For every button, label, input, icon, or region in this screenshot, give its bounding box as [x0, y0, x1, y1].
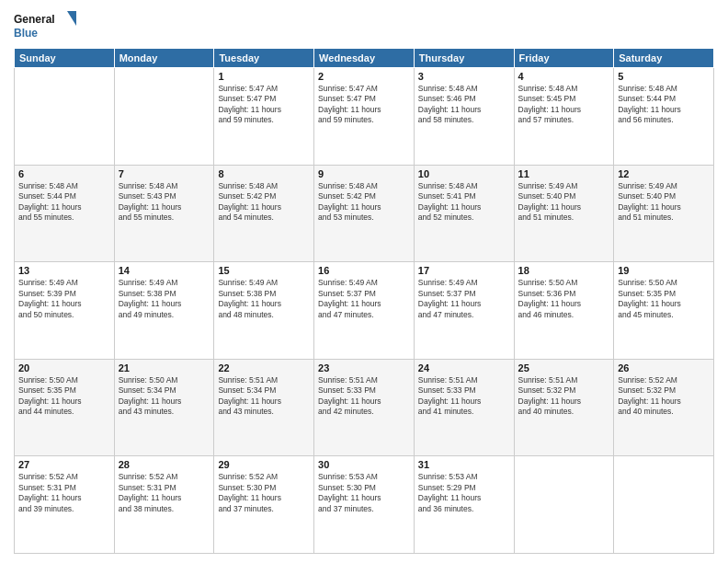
calendar-cell: 18Sunrise: 5:50 AM Sunset: 5:36 PM Dayli…	[514, 262, 614, 360]
day-info: Sunrise: 5:52 AM Sunset: 5:32 PM Dayligh…	[618, 375, 710, 418]
week-row-2: 6Sunrise: 5:48 AM Sunset: 5:44 PM Daylig…	[15, 165, 714, 262]
day-header-tuesday: Tuesday	[214, 49, 314, 68]
calendar-cell: 7Sunrise: 5:48 AM Sunset: 5:43 PM Daylig…	[114, 165, 214, 262]
day-number: 30	[318, 459, 410, 470]
day-number: 23	[318, 362, 410, 373]
calendar-cell: 14Sunrise: 5:49 AM Sunset: 5:38 PM Dayli…	[114, 262, 214, 360]
day-info: Sunrise: 5:48 AM Sunset: 5:44 PM Dayligh…	[618, 84, 710, 126]
day-info: Sunrise: 5:52 AM Sunset: 5:31 PM Dayligh…	[119, 472, 210, 514]
week-row-4: 20Sunrise: 5:50 AM Sunset: 5:35 PM Dayli…	[15, 359, 714, 456]
day-info: Sunrise: 5:50 AM Sunset: 5:35 PM Dayligh…	[618, 278, 710, 320]
day-info: Sunrise: 5:50 AM Sunset: 5:34 PM Dayligh…	[119, 375, 210, 418]
calendar-cell: 27Sunrise: 5:52 AM Sunset: 5:31 PM Dayli…	[15, 456, 115, 554]
header: General Blue	[14, 9, 714, 42]
day-number: 14	[119, 265, 210, 276]
calendar-cell: 10Sunrise: 5:48 AM Sunset: 5:41 PM Dayli…	[414, 165, 514, 262]
day-number: 24	[418, 362, 510, 373]
day-number: 19	[618, 265, 710, 276]
day-info: Sunrise: 5:53 AM Sunset: 5:30 PM Dayligh…	[318, 472, 410, 514]
day-number: 9	[318, 168, 410, 179]
day-number: 10	[418, 168, 510, 179]
calendar-cell: 5Sunrise: 5:48 AM Sunset: 5:44 PM Daylig…	[614, 68, 714, 166]
calendar-cell: 21Sunrise: 5:50 AM Sunset: 5:34 PM Dayli…	[114, 359, 214, 456]
day-number: 1	[218, 71, 310, 82]
day-number: 4	[518, 71, 610, 82]
calendar-cell: 9Sunrise: 5:48 AM Sunset: 5:42 PM Daylig…	[314, 165, 415, 262]
day-number: 27	[18, 459, 110, 470]
day-header-friday: Friday	[514, 49, 614, 68]
week-row-1: 1Sunrise: 5:47 AM Sunset: 5:47 PM Daylig…	[15, 68, 714, 166]
day-number: 26	[618, 362, 710, 373]
calendar-cell: 8Sunrise: 5:48 AM Sunset: 5:42 PM Daylig…	[214, 165, 314, 262]
day-info: Sunrise: 5:49 AM Sunset: 5:40 PM Dayligh…	[518, 181, 610, 224]
calendar-cell: 19Sunrise: 5:50 AM Sunset: 5:35 PM Dayli…	[614, 262, 714, 360]
calendar-cell: 3Sunrise: 5:48 AM Sunset: 5:46 PM Daylig…	[414, 68, 514, 166]
calendar-cell: 15Sunrise: 5:49 AM Sunset: 5:38 PM Dayli…	[214, 262, 314, 360]
day-info: Sunrise: 5:47 AM Sunset: 5:47 PM Dayligh…	[318, 84, 410, 126]
day-header-saturday: Saturday	[614, 49, 714, 68]
day-info: Sunrise: 5:48 AM Sunset: 5:43 PM Dayligh…	[119, 181, 210, 224]
calendar-cell: 17Sunrise: 5:49 AM Sunset: 5:37 PM Dayli…	[414, 262, 514, 360]
day-header-monday: Monday	[114, 49, 214, 68]
day-number: 6	[18, 168, 110, 179]
day-info: Sunrise: 5:49 AM Sunset: 5:39 PM Dayligh…	[18, 278, 110, 320]
day-info: Sunrise: 5:49 AM Sunset: 5:37 PM Dayligh…	[318, 278, 410, 320]
calendar-table: SundayMondayTuesdayWednesdayThursdayFrid…	[14, 48, 714, 554]
calendar-cell	[614, 456, 714, 554]
day-number: 20	[18, 362, 110, 373]
day-number: 17	[418, 265, 510, 276]
day-info: Sunrise: 5:48 AM Sunset: 5:41 PM Dayligh…	[418, 181, 510, 224]
calendar-cell: 22Sunrise: 5:51 AM Sunset: 5:34 PM Dayli…	[214, 359, 314, 456]
calendar-cell: 13Sunrise: 5:49 AM Sunset: 5:39 PM Dayli…	[15, 262, 115, 360]
day-number: 7	[119, 168, 210, 179]
day-number: 15	[218, 265, 310, 276]
day-header-wednesday: Wednesday	[314, 49, 415, 68]
calendar-cell: 20Sunrise: 5:50 AM Sunset: 5:35 PM Dayli…	[15, 359, 115, 456]
day-number: 8	[218, 168, 310, 179]
calendar-cell: 6Sunrise: 5:48 AM Sunset: 5:44 PM Daylig…	[15, 165, 115, 262]
day-number: 25	[518, 362, 610, 373]
logo-svg: General Blue	[14, 9, 78, 42]
calendar-cell: 29Sunrise: 5:52 AM Sunset: 5:30 PM Dayli…	[214, 456, 314, 554]
calendar-cell: 1Sunrise: 5:47 AM Sunset: 5:47 PM Daylig…	[214, 68, 314, 166]
week-row-3: 13Sunrise: 5:49 AM Sunset: 5:39 PM Dayli…	[15, 262, 714, 360]
day-info: Sunrise: 5:47 AM Sunset: 5:47 PM Dayligh…	[218, 84, 310, 126]
day-info: Sunrise: 5:52 AM Sunset: 5:31 PM Dayligh…	[18, 472, 110, 514]
calendar-cell: 28Sunrise: 5:52 AM Sunset: 5:31 PM Dayli…	[114, 456, 214, 554]
calendar-cell	[514, 456, 614, 554]
day-info: Sunrise: 5:48 AM Sunset: 5:46 PM Dayligh…	[418, 84, 510, 126]
calendar-cell: 16Sunrise: 5:49 AM Sunset: 5:37 PM Dayli…	[314, 262, 415, 360]
day-number: 22	[218, 362, 310, 373]
calendar-cell: 11Sunrise: 5:49 AM Sunset: 5:40 PM Dayli…	[514, 165, 614, 262]
week-row-5: 27Sunrise: 5:52 AM Sunset: 5:31 PM Dayli…	[15, 456, 714, 554]
calendar-cell: 26Sunrise: 5:52 AM Sunset: 5:32 PM Dayli…	[614, 359, 714, 456]
day-info: Sunrise: 5:49 AM Sunset: 5:37 PM Dayligh…	[418, 278, 510, 320]
day-number: 5	[618, 71, 710, 82]
calendar-cell: 31Sunrise: 5:53 AM Sunset: 5:29 PM Dayli…	[414, 456, 514, 554]
day-info: Sunrise: 5:48 AM Sunset: 5:42 PM Dayligh…	[218, 181, 310, 224]
day-info: Sunrise: 5:48 AM Sunset: 5:45 PM Dayligh…	[518, 84, 610, 126]
calendar-cell: 30Sunrise: 5:53 AM Sunset: 5:30 PM Dayli…	[314, 456, 415, 554]
day-number: 2	[318, 71, 410, 82]
day-info: Sunrise: 5:51 AM Sunset: 5:33 PM Dayligh…	[318, 375, 410, 418]
day-number: 16	[318, 265, 410, 276]
calendar-cell: 12Sunrise: 5:49 AM Sunset: 5:40 PM Dayli…	[614, 165, 714, 262]
calendar-cell: 23Sunrise: 5:51 AM Sunset: 5:33 PM Dayli…	[314, 359, 415, 456]
page: General Blue SundayMondayTuesdayWednesda…	[0, 0, 728, 563]
day-number: 28	[119, 459, 210, 470]
calendar-cell	[114, 68, 214, 166]
calendar-cell: 24Sunrise: 5:51 AM Sunset: 5:33 PM Dayli…	[414, 359, 514, 456]
day-info: Sunrise: 5:49 AM Sunset: 5:38 PM Dayligh…	[119, 278, 210, 320]
day-number: 29	[218, 459, 310, 470]
day-number: 13	[18, 265, 110, 276]
day-info: Sunrise: 5:49 AM Sunset: 5:40 PM Dayligh…	[618, 181, 710, 224]
calendar-cell	[15, 68, 115, 166]
day-info: Sunrise: 5:49 AM Sunset: 5:38 PM Dayligh…	[218, 278, 310, 320]
logo: General Blue	[14, 9, 78, 42]
day-info: Sunrise: 5:51 AM Sunset: 5:32 PM Dayligh…	[518, 375, 610, 418]
day-header-thursday: Thursday	[414, 49, 514, 68]
svg-text:Blue: Blue	[14, 27, 38, 40]
day-info: Sunrise: 5:51 AM Sunset: 5:34 PM Dayligh…	[218, 375, 310, 418]
calendar-cell: 2Sunrise: 5:47 AM Sunset: 5:47 PM Daylig…	[314, 68, 415, 166]
day-number: 3	[418, 71, 510, 82]
